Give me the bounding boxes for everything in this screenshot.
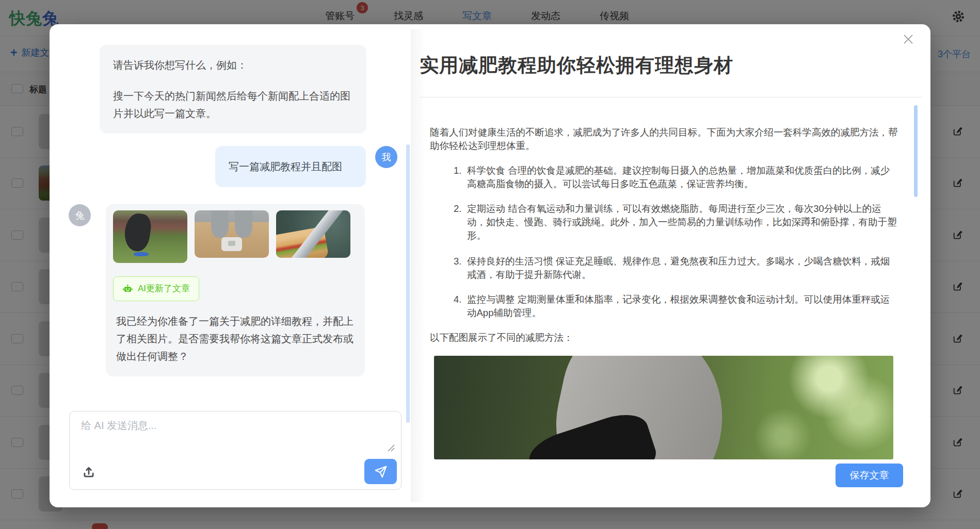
list-item-number: 1. — [454, 164, 467, 191]
article-title: 实用减肥教程助你轻松拥有理想身材 — [420, 53, 915, 78]
ai-message-greeting: 请告诉我你想写什么，例如： 搜一下今天的热门新闻然后给每个新闻配上合适的图片并以… — [100, 45, 366, 134]
ai-updated-article-label: AI更新了文章 — [138, 280, 190, 297]
save-article-button[interactable]: 保存文章 — [836, 464, 903, 487]
ai-message-result: AI更新了文章 我已经为你准备了一篇关于减肥的详细教程，并配上了相关图片。是否需… — [106, 204, 365, 376]
list-item-number: 3. — [454, 255, 467, 282]
chat-message-input[interactable] — [81, 419, 375, 449]
ai-greeting-line2: 搜一下今天的热门新闻然后给每个新闻配上合适的图片并以此写一篇文章。 — [113, 87, 353, 122]
panel-divider — [411, 29, 425, 502]
article-list: 1. 科学饮食 合理的饮食是减肥的基础。建议控制每日摄入的总热量，增加蔬菜和优质… — [454, 164, 898, 320]
paper-plane-icon — [374, 465, 388, 478]
ai-greeting-line1: 请告诉我你想写什么，例如： — [113, 56, 353, 74]
close-icon[interactable] — [902, 32, 915, 46]
article-intro: 随着人们对健康生活的不断追求，减肥成为了许多人的共同目标。下面为大家介绍一套科学… — [430, 126, 898, 153]
upload-icon[interactable] — [82, 466, 95, 480]
list-item-text: 科学饮食 合理的饮食是减肥的基础。建议控制每日摄入的总热量，增加蔬菜和优质蛋白的… — [467, 164, 898, 191]
resize-handle-icon[interactable] — [388, 444, 395, 452]
fitness-outdoor-photo — [434, 356, 893, 459]
title-divider — [420, 97, 923, 97]
ai-reply-text: 我已经为你准备了一篇关于减肥的详细教程，并配上了相关图片。是否需要我帮你将这篇文… — [113, 312, 358, 365]
user-message: 写一篇减肥教程并且配图 — [215, 146, 366, 187]
list-item: 2. 定期运动 结合有氧运动和力量训练，可以有效燃烧脂肪。每周进行至少三次，每次… — [454, 202, 898, 242]
robot-icon — [122, 284, 133, 294]
list-item-number: 4. — [454, 293, 467, 320]
sandwich-caliper-photo[interactable] — [276, 210, 350, 258]
list-item-number: 2. — [454, 202, 467, 242]
list-item: 3. 保持良好的生活习惯 保证充足睡眠、规律作息，避免熬夜和压力过大。多喝水，少… — [454, 255, 898, 282]
attachment-image-row — [113, 210, 358, 263]
article-image-caption: 以下配图展示了不同的减肥方法： — [430, 331, 898, 344]
user-avatar: 我 — [375, 146, 397, 168]
article-body: 随着人们对健康生活的不断追求，减肥成为了许多人的共同目标。下面为大家介绍一套科学… — [430, 126, 898, 459]
list-item: 4. 监控与调整 定期测量体重和体脂率，记录变化，根据效果调整饮食和运动计划。可… — [454, 293, 898, 320]
chat-input-container — [69, 411, 401, 490]
ai-avatar: 兔 — [69, 204, 91, 226]
send-button[interactable] — [364, 459, 397, 484]
list-item-text: 监控与调整 定期测量体重和体脂率，记录变化，根据效果调整饮食和运动计划。可以使用… — [467, 293, 898, 320]
list-item-text: 定期运动 结合有氧运动和力量训练，可以有效燃烧脂肪。每周进行至少三次，每次30分… — [467, 202, 898, 242]
list-item-text: 保持良好的生活习惯 保证充足睡眠、规律作息，避免熬夜和压力过大。多喝水，少喝含糖… — [467, 255, 898, 282]
chat-scrollbar[interactable] — [406, 144, 410, 423]
weight-scale-photo[interactable] — [195, 210, 269, 258]
app-screen: 快兔兔 管账号 3 找灵感 写文章 发动态 传视频 + 新建文章 3个平台 — [0, 0, 980, 529]
ai-writer-modal: 请告诉我你想写什么，例如： 搜一下今天的热门新闻然后给每个新闻配上合适的图片并以… — [50, 24, 930, 507]
squat-exercise-photo[interactable] — [113, 210, 187, 263]
article-scrollbar[interactable] — [914, 105, 918, 197]
ai-updated-article-badge: AI更新了文章 — [113, 276, 199, 301]
list-item: 1. 科学饮食 合理的饮食是减肥的基础。建议控制每日摄入的总热量，增加蔬菜和优质… — [454, 164, 898, 191]
